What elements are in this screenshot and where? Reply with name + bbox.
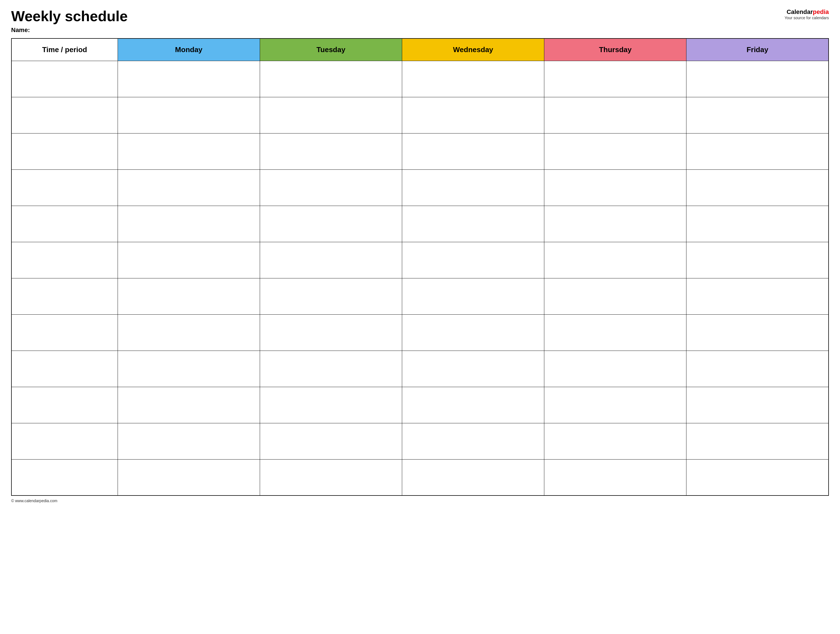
header-row: Time / period Monday Tuesday Wednesday T… [11, 38, 829, 61]
cell-row1-wednesday[interactable] [402, 61, 544, 97]
logo-calendar: Calendar [786, 8, 813, 15]
cell-row8-thursday[interactable] [544, 314, 687, 350]
cell-row4-time[interactable] [11, 169, 118, 206]
cell-row3-time[interactable] [11, 133, 118, 169]
col-header-monday: Monday [118, 38, 260, 61]
logo: Calendarpedia [785, 8, 829, 16]
cell-row1-tuesday[interactable] [260, 61, 402, 97]
col-header-thursday: Thursday [544, 38, 687, 61]
col-header-wednesday: Wednesday [402, 38, 544, 61]
cell-row1-friday[interactable] [687, 61, 829, 97]
table-row [11, 61, 829, 97]
cell-row11-friday[interactable] [687, 423, 829, 459]
cell-row8-tuesday[interactable] [260, 314, 402, 350]
cell-row5-wednesday[interactable] [402, 206, 544, 242]
cell-row10-friday[interactable] [687, 387, 829, 423]
cell-row3-monday[interactable] [118, 133, 260, 169]
cell-row11-monday[interactable] [118, 423, 260, 459]
col-header-friday: Friday [687, 38, 829, 61]
cell-row9-time[interactable] [11, 350, 118, 387]
cell-row8-monday[interactable] [118, 314, 260, 350]
cell-row12-thursday[interactable] [544, 459, 687, 495]
cell-row12-monday[interactable] [118, 459, 260, 495]
cell-row10-monday[interactable] [118, 387, 260, 423]
cell-row4-thursday[interactable] [544, 169, 687, 206]
col-header-tuesday: Tuesday [260, 38, 402, 61]
table-row [11, 169, 829, 206]
cell-row10-thursday[interactable] [544, 387, 687, 423]
cell-row9-monday[interactable] [118, 350, 260, 387]
cell-row1-thursday[interactable] [544, 61, 687, 97]
cell-row2-thursday[interactable] [544, 97, 687, 133]
footer: © www.calendarpedia.com [11, 498, 829, 503]
col-header-time: Time / period [11, 38, 118, 61]
cell-row7-monday[interactable] [118, 278, 260, 314]
cell-row4-monday[interactable] [118, 169, 260, 206]
cell-row7-time[interactable] [11, 278, 118, 314]
table-row [11, 133, 829, 169]
cell-row10-time[interactable] [11, 387, 118, 423]
table-row [11, 423, 829, 459]
cell-row11-time[interactable] [11, 423, 118, 459]
page-title: Weekly schedule [11, 8, 785, 24]
cell-row8-wednesday[interactable] [402, 314, 544, 350]
cell-row5-friday[interactable] [687, 206, 829, 242]
cell-row11-thursday[interactable] [544, 423, 687, 459]
cell-row8-friday[interactable] [687, 314, 829, 350]
cell-row11-wednesday[interactable] [402, 423, 544, 459]
cell-row9-wednesday[interactable] [402, 350, 544, 387]
logo-tagline: Your source for calendars [785, 16, 829, 20]
cell-row3-tuesday[interactable] [260, 133, 402, 169]
cell-row8-time[interactable] [11, 314, 118, 350]
cell-row12-tuesday[interactable] [260, 459, 402, 495]
cell-row6-friday[interactable] [687, 242, 829, 278]
table-row [11, 278, 829, 314]
cell-row12-time[interactable] [11, 459, 118, 495]
logo-pedia: pedia [813, 8, 829, 15]
cell-row9-friday[interactable] [687, 350, 829, 387]
cell-row7-tuesday[interactable] [260, 278, 402, 314]
cell-row1-time[interactable] [11, 61, 118, 97]
cell-row5-tuesday[interactable] [260, 206, 402, 242]
footer-url: © www.calendarpedia.com [11, 498, 57, 503]
cell-row6-time[interactable] [11, 242, 118, 278]
table-row [11, 314, 829, 350]
cell-row2-tuesday[interactable] [260, 97, 402, 133]
cell-row6-monday[interactable] [118, 242, 260, 278]
cell-row11-tuesday[interactable] [260, 423, 402, 459]
table-row [11, 97, 829, 133]
cell-row4-tuesday[interactable] [260, 169, 402, 206]
cell-row9-tuesday[interactable] [260, 350, 402, 387]
cell-row10-wednesday[interactable] [402, 387, 544, 423]
cell-row6-wednesday[interactable] [402, 242, 544, 278]
cell-row1-monday[interactable] [118, 61, 260, 97]
cell-row3-thursday[interactable] [544, 133, 687, 169]
cell-row5-monday[interactable] [118, 206, 260, 242]
cell-row4-friday[interactable] [687, 169, 829, 206]
cell-row7-wednesday[interactable] [402, 278, 544, 314]
cell-row5-thursday[interactable] [544, 206, 687, 242]
cell-row6-thursday[interactable] [544, 242, 687, 278]
table-row [11, 387, 829, 423]
cell-row2-wednesday[interactable] [402, 97, 544, 133]
cell-row2-time[interactable] [11, 97, 118, 133]
name-label: Name: [11, 27, 785, 34]
cell-row12-wednesday[interactable] [402, 459, 544, 495]
cell-row5-time[interactable] [11, 206, 118, 242]
cell-row10-tuesday[interactable] [260, 387, 402, 423]
table-row [11, 459, 829, 495]
cell-row12-friday[interactable] [687, 459, 829, 495]
cell-row3-friday[interactable] [687, 133, 829, 169]
cell-row2-friday[interactable] [687, 97, 829, 133]
cell-row9-thursday[interactable] [544, 350, 687, 387]
cell-row7-friday[interactable] [687, 278, 829, 314]
cell-row6-tuesday[interactable] [260, 242, 402, 278]
cell-row7-thursday[interactable] [544, 278, 687, 314]
cell-row4-wednesday[interactable] [402, 169, 544, 206]
cell-row2-monday[interactable] [118, 97, 260, 133]
table-row [11, 242, 829, 278]
schedule-table: Time / period Monday Tuesday Wednesday T… [11, 38, 829, 496]
title-section: Weekly schedule Name: [11, 8, 785, 34]
logo-section: Calendarpedia Your source for calendars [785, 8, 829, 20]
cell-row3-wednesday[interactable] [402, 133, 544, 169]
